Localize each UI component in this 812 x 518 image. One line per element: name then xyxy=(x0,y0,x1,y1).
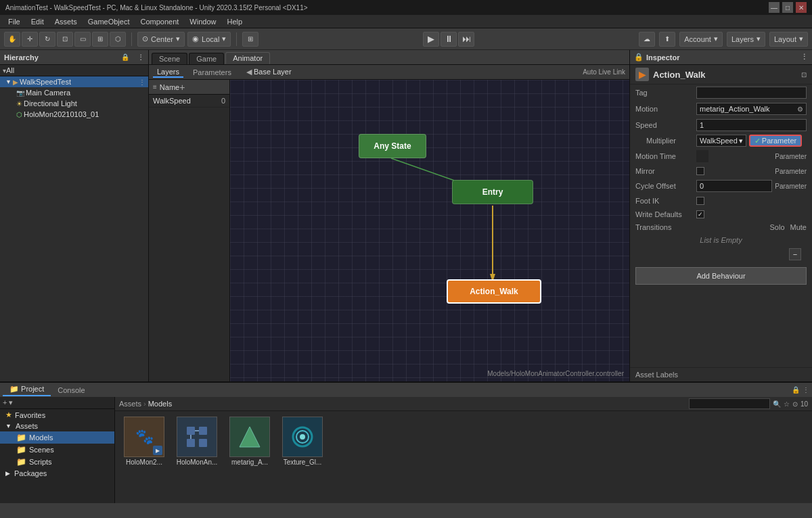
motion-time-row: Motion Time Parameter xyxy=(630,148,812,164)
close-btn[interactable]: ✕ xyxy=(796,2,807,13)
holomon-an-thumb xyxy=(177,417,217,457)
mirror-checkbox[interactable] xyxy=(696,167,704,175)
asset-texture[interactable]: Texture_Gl... xyxy=(279,417,326,466)
grid-btn[interactable]: ⊞ xyxy=(242,32,258,47)
proj-favorites[interactable]: ★ Favorites xyxy=(0,409,114,421)
auto-live-link[interactable]: Auto Live Link xyxy=(583,68,625,76)
scale-tool[interactable]: ⊡ xyxy=(57,32,73,47)
motion-field[interactable]: metarig_Action_Walk ⚙ xyxy=(696,103,807,115)
sort-btn[interactable]: ⊙ xyxy=(792,400,798,408)
local-dropdown[interactable]: ◉ Local ▾ xyxy=(187,32,231,47)
metarig-thumb xyxy=(229,417,270,457)
node-action-walk[interactable]: Action_Walk xyxy=(447,279,541,304)
proj-assets[interactable]: ▼ Assets xyxy=(0,421,114,431)
animator-params-tab[interactable]: Parameters xyxy=(189,68,235,77)
node-any-state[interactable]: Any State xyxy=(359,134,426,158)
transform-tool[interactable]: ⊞ xyxy=(92,32,108,47)
layers-arrow: ▾ xyxy=(757,34,761,43)
proj-scenes[interactable]: 📁 Scenes xyxy=(0,444,114,456)
layout-arrow: ▾ xyxy=(799,34,803,43)
menu-window[interactable]: Window xyxy=(184,16,221,27)
move-tool[interactable]: ✛ xyxy=(22,32,38,47)
maximize-btn[interactable]: □ xyxy=(782,2,793,13)
inspector-menu[interactable]: ⋮ xyxy=(800,53,808,62)
cloud-btn[interactable]: ⬆ xyxy=(659,32,675,47)
menu-edit[interactable]: Edit xyxy=(26,16,49,27)
animator-icon xyxy=(183,423,210,450)
inspector-header: 🔒 Inspector ⋮ xyxy=(630,50,812,65)
add-behaviour-btn[interactable]: Add Behaviour xyxy=(635,267,807,285)
multiplier-param-btn[interactable]: ✓ Parameter xyxy=(749,135,802,147)
foot-ik-checkbox[interactable] xyxy=(696,197,704,205)
cycle-offset-field[interactable]: 0 xyxy=(696,180,772,192)
asset-metarig[interactable]: metarig_A... xyxy=(226,417,273,466)
node-entry[interactable]: Entry xyxy=(452,180,533,204)
step-btn[interactable]: ⏭ xyxy=(458,32,474,47)
svg-rect-3 xyxy=(187,427,195,435)
tab-console[interactable]: Console xyxy=(51,385,91,396)
tab-project[interactable]: 📁 Project xyxy=(3,383,51,396)
layout-dropdown[interactable]: Layout ▾ xyxy=(769,32,808,47)
pause-btn[interactable]: ⏸ xyxy=(441,32,457,47)
breadcrumb-models[interactable]: Models xyxy=(148,400,172,408)
breadcrumb-assets[interactable]: Assets xyxy=(119,400,141,408)
speed-field[interactable]: 1 xyxy=(696,119,807,131)
remove-btn[interactable]: − xyxy=(789,248,801,260)
hier-item-camera[interactable]: 📷 Main Camera xyxy=(0,87,148,98)
proj-scripts[interactable]: 📁 Scripts xyxy=(0,456,114,468)
base-layer-label: ◀ Base Layer xyxy=(246,68,292,76)
bottom-menu[interactable]: ⋮ xyxy=(803,386,809,394)
tab-animator[interactable]: Animator xyxy=(225,52,270,64)
params-add-btn[interactable]: + xyxy=(179,82,185,93)
mute-label: Mute xyxy=(790,223,807,231)
scenes-icon: 📁 xyxy=(16,445,26,454)
asset-holomon2[interactable]: 🐾 ▶ HoloMon2... xyxy=(120,417,168,466)
hierarchy-lock[interactable]: 🔒 xyxy=(121,53,129,61)
minimize-btn[interactable]: — xyxy=(769,2,780,13)
rect-tool[interactable]: ▭ xyxy=(74,32,91,47)
search-icon: 🔍 xyxy=(773,400,781,408)
hier-item-holomon[interactable]: ⬡ HoloMon20210103_01 xyxy=(0,109,148,120)
menu-file[interactable]: File xyxy=(3,16,26,27)
layers-dropdown[interactable]: Layers ▾ xyxy=(727,32,765,47)
center-arrow: ▾ xyxy=(176,34,180,43)
motion-settings[interactable]: ⚙ xyxy=(797,105,803,113)
animator-canvas[interactable]: Any State Entry Action_Walk Models/HoloM… xyxy=(230,80,629,381)
tag-field[interactable] xyxy=(696,87,807,99)
menu-help[interactable]: Help xyxy=(221,16,248,27)
center-dropdown[interactable]: ⊙ Center ▾ xyxy=(137,32,185,47)
proj-add-btn[interactable]: + ▾ xyxy=(3,398,13,407)
custom-tool[interactable]: ⬡ xyxy=(110,32,126,47)
bottom-lock[interactable]: 🔒 xyxy=(792,386,800,394)
hier-item-walkspeedtest[interactable]: ▼ ▶ WalkSpeedTest ⋮ xyxy=(0,76,148,87)
project-sidebar: + ▾ ★ Favorites ▼ Assets 📁 Models � xyxy=(0,397,115,503)
filter-btn[interactable]: ☆ xyxy=(784,400,790,408)
hier-options[interactable]: ⋮ xyxy=(139,78,145,86)
param-walkspeed[interactable]: WalkSpeed 0 xyxy=(149,95,229,108)
multiplier-dropdown[interactable]: WalkSpeed ▾ xyxy=(696,135,746,147)
expand-arrow: ▼ xyxy=(5,78,12,85)
inspector-expand[interactable]: ⊡ xyxy=(801,71,807,78)
asset-holomon-an[interactable]: HoloMonAn... xyxy=(173,417,221,466)
proj-models[interactable]: 📁 Models xyxy=(0,431,114,444)
motion-time-field[interactable] xyxy=(696,150,708,162)
rotate-tool[interactable]: ↻ xyxy=(39,32,55,47)
search-input[interactable] xyxy=(689,398,770,409)
account-dropdown[interactable]: Account ▾ xyxy=(679,32,723,47)
all-label[interactable]: All xyxy=(6,66,14,74)
proj-packages[interactable]: ▶ Packages xyxy=(0,468,114,479)
menu-gameobject[interactable]: GameObject xyxy=(83,16,135,27)
menu-component[interactable]: Component xyxy=(135,16,184,27)
play-btn[interactable]: ▶ xyxy=(423,32,439,47)
menu-assets[interactable]: Assets xyxy=(49,16,83,27)
mesh-icon xyxy=(236,423,263,450)
tab-game[interactable]: Game xyxy=(189,53,224,64)
hierarchy-menu[interactable]: ⋮ xyxy=(137,53,144,61)
hand-tool[interactable]: ✋ xyxy=(4,32,20,47)
hier-item-light[interactable]: ☀ Directional Light xyxy=(0,98,148,109)
animator-layers-tab[interactable]: Layers xyxy=(153,67,183,78)
collab-btn[interactable]: ☁ xyxy=(639,32,655,47)
inspector-lock-icon[interactable]: 🔒 xyxy=(634,53,644,62)
tab-scene[interactable]: Scene xyxy=(152,53,187,64)
write-defaults-checkbox[interactable] xyxy=(696,210,704,218)
